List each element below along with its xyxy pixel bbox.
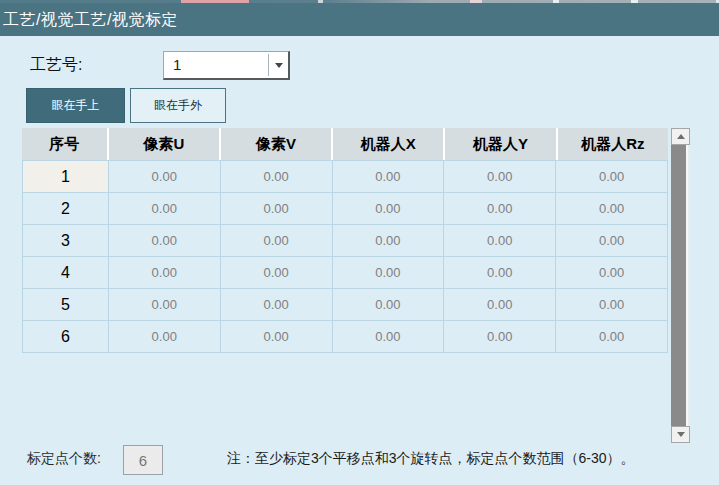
table-cell[interactable]: 0.00 [444,161,556,193]
table-scrollbar[interactable] [671,128,690,443]
table-row: 40.000.000.000.000.00 [23,257,668,289]
table-cell[interactable]: 0.00 [221,193,333,225]
table-cell[interactable]: 0.00 [444,193,556,225]
table-cell[interactable]: 0.00 [333,225,445,257]
scrollbar-thumb[interactable] [671,145,688,426]
tab-eye-to-hand[interactable]: 眼在手外 [130,88,226,123]
table-header-row: 序号像素U像素V机器人X机器人Y机器人Rz [22,128,668,160]
chevron-down-icon [275,63,283,68]
table-cell[interactable]: 0.00 [109,225,221,257]
table-cell[interactable]: 0.00 [109,257,221,289]
table-cell[interactable]: 0.00 [444,289,556,321]
row-index-cell[interactable]: 2 [23,193,109,225]
table-cell[interactable]: 0.00 [444,321,556,353]
table-cell[interactable]: 0.00 [221,321,333,353]
process-number-value: 1 [173,52,181,78]
column-header-1: 序号 [22,128,107,160]
calibration-count-input[interactable] [123,445,163,475]
up-arrow-icon [677,134,685,139]
table-cell[interactable]: 0.00 [333,161,445,193]
table-cell[interactable]: 0.00 [221,161,333,193]
table-row: 20.000.000.000.000.00 [23,193,668,225]
table-row: 30.000.000.000.000.00 [23,225,668,257]
down-arrow-icon [677,432,685,437]
table-cell[interactable]: 0.00 [556,289,668,321]
table-cell[interactable]: 0.00 [556,161,668,193]
table-cell[interactable]: 0.00 [556,225,668,257]
table-cell[interactable]: 0.00 [333,193,445,225]
row-index-cell[interactable]: 5 [23,289,109,321]
scrollbar-down-button[interactable] [671,426,690,443]
table-cell[interactable]: 0.00 [444,225,556,257]
table-cell[interactable]: 0.00 [109,193,221,225]
process-number-label: 工艺号: [30,55,82,76]
row-index-cell[interactable]: 4 [23,257,109,289]
column-header-4: 机器人X [333,128,443,160]
table-cell[interactable]: 0.00 [333,257,445,289]
row-index-cell[interactable]: 1 [23,161,109,193]
row-index-cell[interactable]: 3 [23,225,109,257]
table-row: 10.000.000.000.000.00 [23,161,668,193]
dropdown-arrow-button[interactable] [268,54,288,76]
column-header-2: 像素U [109,128,219,160]
process-number-dropdown[interactable]: 1 [163,51,290,80]
tab-eye-in-hand[interactable]: 眼在手上 [26,88,125,123]
column-header-6: 机器人Rz [558,128,668,160]
table-cell[interactable]: 0.00 [221,225,333,257]
scrollbar-up-button[interactable] [671,128,690,145]
column-header-5: 机器人Y [445,128,555,160]
calibration-count-label: 标定点个数: [27,450,101,468]
table-cell[interactable]: 0.00 [444,257,556,289]
table-cell[interactable]: 0.00 [221,289,333,321]
calibration-note: 注：至少标定3个平移点和3个旋转点，标定点个数范围（6-30）。 [227,450,635,468]
table-row: 60.000.000.000.000.00 [23,321,668,353]
table-cell[interactable]: 0.00 [556,193,668,225]
column-header-3: 像素V [221,128,331,160]
table-body: 10.000.000.000.000.0020.000.000.000.000.… [22,160,668,353]
page-title: 工艺/视觉工艺/视觉标定 [0,3,719,36]
table-cell[interactable]: 0.00 [109,321,221,353]
table-cell[interactable]: 0.00 [221,257,333,289]
row-index-cell[interactable]: 6 [23,321,109,353]
table-cell[interactable]: 0.00 [333,289,445,321]
table-row: 50.000.000.000.000.00 [23,289,668,321]
table-cell[interactable]: 0.00 [556,257,668,289]
table-cell[interactable]: 0.00 [109,161,221,193]
table-cell[interactable]: 0.00 [109,289,221,321]
table-cell[interactable]: 0.00 [556,321,668,353]
table-cell[interactable]: 0.00 [333,321,445,353]
